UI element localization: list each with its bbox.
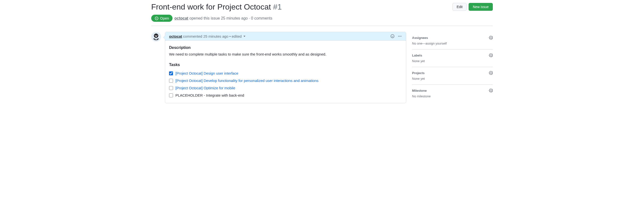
comment: octocat commented 25 minutes ago • edite… — [165, 32, 406, 103]
milestone-title: Milestone — [412, 89, 427, 92]
svg-point-3 — [154, 34, 158, 38]
issue-title: Front-end work for Project Octocat #1 — [151, 2, 282, 12]
gear-icon — [489, 71, 493, 75]
assignees-gear[interactable] — [489, 36, 493, 40]
gear-icon — [489, 88, 493, 92]
projects-gear[interactable] — [489, 71, 493, 75]
comment-author-link[interactable]: octocat — [169, 34, 182, 38]
separator-dot: • — [229, 34, 230, 38]
gear-icon — [489, 53, 493, 57]
issue-open-icon — [155, 16, 158, 20]
state-badge: Open — [151, 15, 172, 22]
reaction-button[interactable] — [390, 34, 395, 38]
avatar[interactable] — [151, 32, 161, 42]
smiley-icon — [390, 34, 395, 38]
state-label: Open — [160, 16, 169, 20]
sidebar-projects: Projects None yet — [412, 67, 493, 85]
task-checkbox[interactable] — [169, 72, 173, 75]
labels-title: Labels — [412, 54, 422, 57]
svg-point-9 — [156, 36, 156, 36]
issue-title-text: Front-end work for Project Octocat — [151, 2, 271, 11]
task-item: [Project Octocat] Optimize for mobile — [169, 84, 402, 92]
svg-point-13 — [398, 36, 399, 36]
kebab-menu-button[interactable] — [398, 34, 402, 38]
edit-button[interactable]: Edit — [452, 3, 466, 11]
svg-point-12 — [393, 36, 394, 36]
issue-header: Front-end work for Project Octocat #1 Ed… — [151, 0, 493, 12]
task-checkbox[interactable] — [169, 94, 173, 97]
issue-opened-text: opened this issue 25 minutes ago · 0 com… — [190, 16, 272, 20]
svg-point-10 — [391, 34, 394, 38]
issue-author-link[interactable]: octocat — [174, 16, 188, 20]
svg-point-1 — [156, 18, 157, 18]
comment-timestamp: commented 25 minutes ago — [183, 34, 228, 38]
task-text: PLACEHOLDER - Integrate with back-end — [176, 92, 244, 98]
labels-gear[interactable] — [489, 53, 493, 57]
task-link[interactable]: [Project Octocat] Design user interface — [176, 70, 238, 76]
svg-point-11 — [392, 36, 392, 36]
issue-meta: Open octocat opened this issue 25 minute… — [151, 15, 493, 26]
svg-point-15 — [400, 36, 401, 36]
comment-header: octocat commented 25 minutes ago • edite… — [165, 32, 406, 40]
new-issue-button[interactable]: New issue — [468, 3, 493, 11]
task-link[interactable]: [Project Octocat] Optimize for mobile — [176, 85, 235, 91]
svg-point-14 — [399, 36, 400, 36]
caret-down-icon — [244, 36, 246, 37]
task-checkbox[interactable] — [169, 86, 173, 90]
assignees-title: Assignees — [412, 36, 428, 40]
task-checkbox[interactable] — [169, 79, 173, 83]
sidebar-assignees: Assignees No one—assign yourself — [412, 32, 493, 50]
task-link[interactable]: [Project Octocat] Develop functionality … — [176, 78, 318, 84]
gear-icon — [489, 36, 493, 40]
header-actions: Edit New issue — [452, 2, 493, 11]
task-item: PLACEHOLDER - Integrate with back-end — [169, 92, 402, 99]
description-text: We need to complete multiple tasks to ma… — [169, 51, 402, 57]
labels-body: None yet — [412, 59, 493, 63]
issue-number: #1 — [273, 2, 282, 11]
svg-point-6 — [155, 35, 156, 36]
comment-body: Description We need to complete multiple… — [165, 40, 406, 103]
assign-yourself-link[interactable]: No one—assign yourself — [412, 42, 447, 45]
edited-label: edited — [232, 34, 242, 38]
tasks-heading: Tasks — [169, 62, 402, 68]
svg-point-7 — [157, 35, 157, 36]
task-list: [Project Octocat] Design user interface[… — [169, 70, 402, 99]
task-item: [Project Octocat] Design user interface — [169, 70, 402, 77]
sidebar-milestone: Milestone No milestone — [412, 85, 493, 102]
milestone-body: No milestone — [412, 94, 493, 98]
projects-body: None yet — [412, 77, 493, 80]
sidebar: Assignees No one—assign yourself Labels … — [412, 32, 493, 102]
sidebar-labels: Labels None yet — [412, 50, 493, 67]
task-item: [Project Octocat] Develop functionality … — [169, 77, 402, 84]
description-heading: Description — [169, 44, 402, 51]
kebab-icon — [398, 34, 402, 38]
projects-title: Projects — [412, 71, 424, 75]
edited-dropdown[interactable]: edited — [232, 34, 246, 38]
milestone-gear[interactable] — [489, 88, 493, 92]
